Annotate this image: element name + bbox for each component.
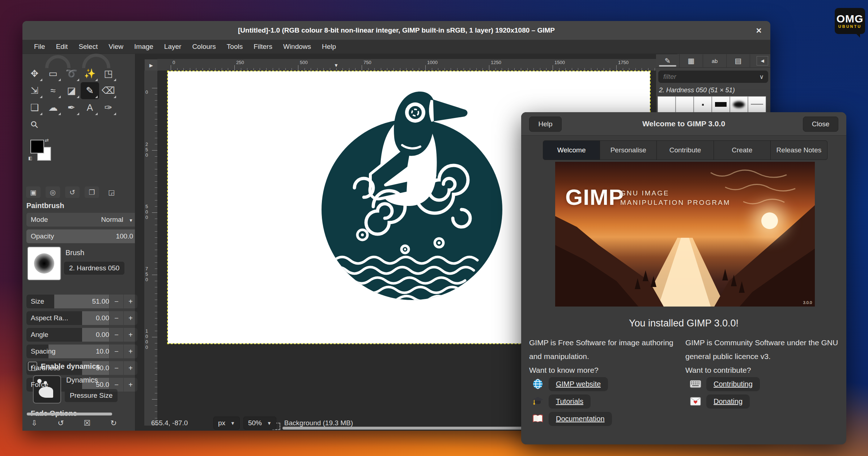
- angle-increment-button[interactable]: +: [123, 328, 137, 342]
- menu-help[interactable]: Help: [317, 41, 341, 52]
- size-increment-button[interactable]: +: [123, 295, 137, 308]
- rectangle-select-tool[interactable]: ▭: [44, 65, 62, 82]
- menu-layer[interactable]: Layer: [159, 41, 187, 52]
- vertical-ruler[interactable]: 0 250 500 750 1000: [144, 71, 157, 426]
- zoom-dropdown[interactable]: 50% ▼: [243, 417, 276, 430]
- spacing-slider[interactable]: Spacing 10.0 − +: [26, 345, 137, 358]
- aspect-increment-button[interactable]: +: [123, 311, 137, 325]
- bucket-fill-tool[interactable]: ◪: [62, 82, 81, 99]
- book-icon: [532, 413, 544, 425]
- tab-create[interactable]: Create: [714, 141, 771, 160]
- brush-thumbnail[interactable]: [27, 246, 61, 280]
- brush-name[interactable]: 2. Hardness 050: [64, 262, 124, 275]
- opacity-slider[interactable]: Opacity 100.0: [26, 229, 137, 243]
- force-decrement-button[interactable]: −: [109, 378, 123, 392]
- size-slider[interactable]: Size 51.00 − +: [26, 295, 137, 308]
- device-status-tab[interactable]: ◎: [46, 186, 60, 198]
- dock-collapse-icon[interactable]: ◀: [757, 56, 768, 66]
- unit-dropdown[interactable]: px ▼: [213, 417, 240, 430]
- menu-colours[interactable]: Colours: [187, 41, 221, 52]
- ruler-corner-button[interactable]: ▶: [144, 59, 158, 71]
- size-decrement-button[interactable]: −: [109, 295, 123, 308]
- tab-personalise[interactable]: Personalise: [600, 141, 657, 160]
- menu-filters[interactable]: Filters: [248, 41, 277, 52]
- brush-swatch[interactable]: [748, 96, 766, 113]
- repeat-dropdown[interactable]: Repeat None (exte: [59, 436, 142, 437]
- free-select-tool[interactable]: ➰: [62, 65, 81, 82]
- crop-tool[interactable]: ◳: [99, 65, 118, 82]
- fonts-tab[interactable]: ab: [703, 54, 727, 67]
- brush-filter-field[interactable]: ∨: [658, 71, 768, 83]
- warp-transform-tool[interactable]: ≈: [44, 82, 62, 99]
- tutorials-link[interactable]: Tutorials: [549, 394, 591, 409]
- brushes-tab[interactable]: ✎: [656, 54, 680, 67]
- brush-filter-input[interactable]: [663, 72, 760, 81]
- angle-slider[interactable]: Angle 0.00 − +: [26, 328, 137, 342]
- paths-tool[interactable]: ✒: [62, 99, 81, 116]
- unified-transform-tool[interactable]: ⇲: [25, 82, 44, 99]
- close-button[interactable]: Close: [803, 117, 838, 132]
- menu-file[interactable]: File: [29, 41, 50, 52]
- hardness-decrement-button[interactable]: −: [109, 361, 123, 375]
- documentation-link[interactable]: Documentation: [549, 412, 612, 426]
- eraser-tool[interactable]: ⌫: [99, 82, 118, 99]
- ink-tool[interactable]: ✑: [99, 99, 118, 116]
- zoom-tool[interactable]: ⚲: [25, 116, 44, 133]
- spacing-decrement-button[interactable]: −: [109, 345, 123, 358]
- brush-swatch[interactable]: [676, 96, 694, 113]
- chevron-down-icon: ▼: [129, 218, 133, 223]
- images-tab[interactable]: ❐: [85, 186, 99, 198]
- tool-options-tab[interactable]: ▣: [26, 186, 41, 198]
- pointer-position-marker: ▼: [334, 63, 339, 68]
- gimp-website-link[interactable]: GIMP website: [549, 377, 608, 391]
- contributing-link-row: Contributing: [690, 376, 760, 392]
- horizontal-ruler[interactable]: 0 250 500 750 1000 1250 1500 1750 ▼: [157, 59, 667, 71]
- dynamics-thumbnail[interactable]: [33, 375, 61, 404]
- foreground-colour-swatch[interactable]: [30, 140, 44, 153]
- tab-welcome[interactable]: Welcome: [543, 141, 600, 160]
- spacing-increment-button[interactable]: +: [123, 345, 137, 358]
- welcome-dialog-header[interactable]: Welcome to GIMP 3.0.0: [521, 112, 846, 136]
- title-bar[interactable]: [Untitled]-1.0 (RGB colour 8-bit non-lin…: [22, 21, 770, 40]
- menu-image[interactable]: Image: [129, 41, 158, 52]
- window-close-icon[interactable]: ×: [752, 21, 766, 40]
- help-button[interactable]: Help: [529, 117, 562, 132]
- menu-view[interactable]: View: [103, 41, 128, 52]
- clone-tool[interactable]: ❏: [25, 99, 44, 116]
- brush-swatch[interactable]: [730, 96, 748, 113]
- save-tool-settings-icon[interactable]: ⇩: [29, 419, 40, 427]
- reset-tool-settings-icon[interactable]: ↻: [108, 419, 119, 427]
- default-colours-icon[interactable]: ◧: [28, 156, 32, 161]
- text-tool[interactable]: A: [81, 99, 99, 116]
- undo-history-tab[interactable]: ↺: [65, 186, 80, 198]
- menu-tools[interactable]: Tools: [222, 41, 248, 52]
- smudge-tool[interactable]: ☁: [44, 99, 62, 116]
- menu-edit[interactable]: Edit: [51, 41, 73, 52]
- donating-link[interactable]: Donating: [706, 394, 750, 409]
- patterns-tab[interactable]: ▦: [680, 54, 703, 67]
- aspect-ratio-slider[interactable]: Aspect Ra... 0.00 − +: [26, 311, 137, 325]
- panel-menu-icon[interactable]: ◲: [104, 186, 119, 198]
- menu-select[interactable]: Select: [73, 41, 103, 52]
- delete-tool-settings-icon[interactable]: ☒: [82, 419, 93, 427]
- aspect-decrement-button[interactable]: −: [109, 311, 123, 325]
- paintbrush-tool[interactable]: ✎: [81, 82, 99, 99]
- menu-windows[interactable]: Windows: [278, 41, 316, 52]
- tab-contribute[interactable]: Contribute: [657, 141, 714, 160]
- menu-bar: File Edit Select View Image Layer Colour…: [22, 40, 770, 54]
- gradients-tab[interactable]: ▤: [727, 54, 750, 67]
- tab-release-notes[interactable]: Release Notes: [771, 141, 827, 160]
- angle-decrement-button[interactable]: −: [109, 328, 123, 342]
- move-tool[interactable]: ✥: [25, 65, 44, 82]
- brush-swatch[interactable]: [712, 96, 730, 113]
- hardness-increment-button[interactable]: +: [123, 361, 137, 375]
- force-increment-button[interactable]: +: [123, 378, 137, 392]
- revert-tool-settings-icon[interactable]: ↺: [55, 419, 66, 427]
- contributing-link[interactable]: Contributing: [706, 377, 760, 391]
- mode-dropdown[interactable]: Mode Normal ▼: [26, 213, 137, 227]
- brush-swatch[interactable]: [658, 96, 676, 113]
- fuzzy-select-tool[interactable]: ✨: [81, 65, 99, 82]
- tool-options-horizontal-scrollbar[interactable]: [27, 413, 112, 415]
- brush-swatch[interactable]: [694, 96, 712, 113]
- swap-colours-icon[interactable]: ⇄: [45, 138, 49, 143]
